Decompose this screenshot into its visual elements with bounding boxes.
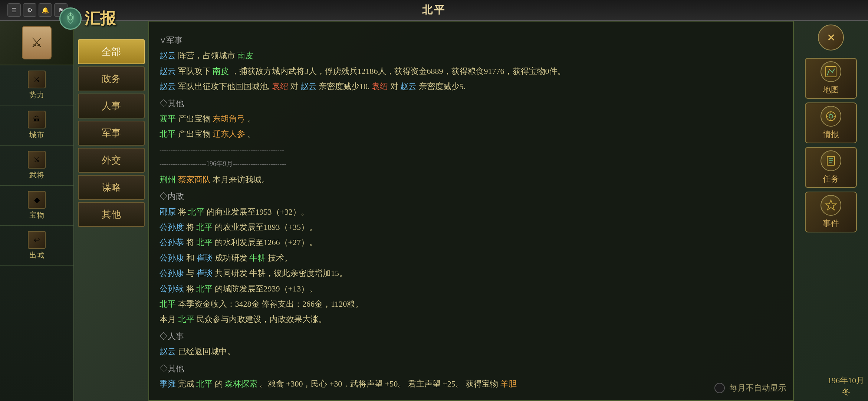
menu-btn-diplomacy[interactable]: 外交 bbox=[78, 148, 145, 173]
menu-btn-personnel[interactable]: 人事 bbox=[78, 94, 145, 118]
intel-label: 情报 bbox=[823, 129, 839, 140]
line-1: 赵云 阵营，占领城市 南皮 bbox=[160, 49, 783, 62]
line-citizens: 本月 北平 民众参与内政建设，内政效果大涨。 bbox=[160, 312, 783, 326]
settings-icon[interactable]: ⚙ bbox=[23, 3, 36, 17]
person-gongsunxu: 公孙续 bbox=[160, 284, 184, 293]
person-gongsunkang: 公孙康 bbox=[160, 253, 184, 263]
mission-icon bbox=[821, 150, 841, 171]
person-zhaoyun-1: 赵云 bbox=[160, 51, 176, 60]
sidebar-item-power[interactable]: ⚔ 势力 bbox=[0, 65, 73, 105]
divider-1: ----------------------------------------… bbox=[160, 144, 783, 156]
city-beiping-8: 北平 bbox=[196, 379, 213, 388]
line-agriculture: 公孙度 将 北平 的农业发展至1893（+35）。 bbox=[160, 220, 783, 234]
sidebar-label-exit: 出城 bbox=[29, 250, 44, 260]
menu-icon[interactable]: ☰ bbox=[7, 3, 21, 17]
person-jiyong: 季雍 bbox=[160, 379, 176, 388]
menu-btn-other[interactable]: 其他 bbox=[78, 202, 145, 227]
city-beiping-4: 北平 bbox=[196, 238, 213, 247]
power-icon: ⚔ bbox=[28, 71, 46, 88]
general-icon: ⚔ bbox=[28, 151, 46, 169]
auto-display-checkbox[interactable] bbox=[714, 383, 725, 393]
person-bingyuan: 邴原 bbox=[160, 207, 176, 216]
date-line2: 冬 bbox=[828, 386, 864, 397]
line-5: 北平 产出宝物 辽东人参 。 bbox=[160, 127, 783, 141]
menu-btn-strategy[interactable]: 谋略 bbox=[78, 175, 145, 200]
treasure-icon: ◆ bbox=[28, 191, 46, 209]
line-4: 襄平 产出宝物 东胡角弓 。 bbox=[160, 112, 783, 125]
person-yuanshao-1: 袁绍 bbox=[272, 82, 288, 91]
report-title: 汇报 bbox=[85, 8, 116, 29]
sidebar-label-power: 势力 bbox=[29, 90, 44, 100]
sidebar-item-exit[interactable]: ↩ 出城 bbox=[0, 226, 73, 266]
content-scroll[interactable]: ∨军事 赵云 阵营，占领城市 南皮 赵云 军队攻下 南皮 ，捕获敌方城内武将3人… bbox=[149, 22, 793, 400]
sidebar-label-general: 武将 bbox=[29, 170, 44, 180]
line-income: 北平 本季资金收入：3428金 俸禄支出：266金，1120粮。 bbox=[160, 297, 783, 311]
line-merchant: 荆州 蔡家商队 本月来访我城。 bbox=[160, 173, 783, 186]
line-return: 赵云 已经返回城中。 bbox=[160, 345, 783, 358]
avatar-face: ⚔ bbox=[22, 26, 52, 59]
date-display: 196年10月 冬 bbox=[828, 375, 864, 397]
close-button[interactable]: ✕ bbox=[818, 25, 844, 50]
line-defense: 公孙续 将 北平 的城防发展至2939（+13）。 bbox=[160, 282, 783, 296]
section-military-header: ∨军事 bbox=[160, 33, 783, 47]
person-zhaoyun-3: 赵云 bbox=[160, 82, 176, 91]
person-zhaoyun-5: 赵云 bbox=[400, 82, 417, 91]
menu-btn-politics[interactable]: 政务 bbox=[78, 66, 145, 91]
treasure-bow: 东胡角弓 bbox=[213, 114, 245, 123]
right-sidebar: ✕ 地图 情报 bbox=[794, 21, 868, 401]
sidebar-item-treasure[interactable]: ◆ 宝物 bbox=[0, 186, 73, 226]
person-zhaoyun-6: 赵云 bbox=[160, 347, 176, 356]
city-jingzhou: 荆州 bbox=[160, 175, 176, 184]
intel-icon bbox=[821, 106, 841, 127]
explore-forest: 森林探索 bbox=[225, 379, 257, 388]
mission-label: 任务 bbox=[823, 173, 839, 185]
event-icon bbox=[821, 195, 841, 216]
map-label: 地图 bbox=[823, 84, 839, 95]
line-3: 赵云 军队出征攻下他国国城池, 袁绍 对 赵云 亲密度减少10. 袁绍 对 赵云… bbox=[160, 79, 783, 93]
right-btn-mission[interactable]: 任务 bbox=[805, 147, 857, 188]
svg-point-0 bbox=[68, 16, 73, 20]
right-btn-event[interactable]: 事件 bbox=[805, 192, 857, 232]
person-cuiyan-1: 崔琰 bbox=[196, 253, 213, 263]
line-2: 赵云 军队攻下 南皮 ，捕获敌方城内武将3人，俘虏残兵12186人，获得资金68… bbox=[160, 64, 783, 78]
report-header: 汇报 bbox=[59, 7, 116, 30]
map-icon bbox=[821, 61, 841, 82]
menu-btn-military[interactable]: 军事 bbox=[78, 121, 145, 146]
city-xiangping: 襄平 bbox=[160, 114, 176, 123]
sidebar-label-city: 城市 bbox=[29, 130, 44, 140]
treasure-yangdan: 羊胆 bbox=[500, 379, 517, 388]
person-gongsungong: 公孙恭 bbox=[160, 238, 184, 247]
line-commerce: 邴原 将 北平 的商业发展至1953（+32）。 bbox=[160, 205, 783, 219]
person-zhaoyun-4: 赵云 bbox=[300, 82, 317, 91]
section-other-2-header: ◇其他 bbox=[160, 362, 783, 375]
top-bar: ☰ ⚙ 🔔 ⚑ 北平 bbox=[0, 0, 868, 21]
city-nanpi-2: 南皮 bbox=[213, 66, 229, 76]
menu-btn-all[interactable]: 全部 bbox=[78, 39, 145, 64]
city-nanpi-1: 南皮 bbox=[237, 51, 253, 60]
sidebar-item-city[interactable]: 🏛 城市 bbox=[0, 105, 73, 146]
line-tech-2: 公孙康 与 崔琰 共同研发 牛耕，彼此亲密度增加15。 bbox=[160, 266, 783, 280]
exit-icon: ↩ bbox=[28, 231, 46, 249]
city-beiping-7: 北平 bbox=[178, 314, 194, 324]
city-beiping-2: 北平 bbox=[188, 207, 204, 216]
svg-point-3 bbox=[829, 69, 830, 70]
section-other-1-header: ◇其他 bbox=[160, 97, 783, 110]
auto-display-label: 每月不自动显示 bbox=[729, 382, 786, 394]
top-left-icons: ☰ ⚙ 🔔 ⚑ bbox=[7, 3, 68, 17]
main-content: ∨军事 赵云 阵营，占领城市 南皮 赵云 军队攻下 南皮 ，捕获敌方城内武将3人… bbox=[148, 21, 794, 401]
event-label: 事件 bbox=[823, 218, 839, 229]
notification-icon[interactable]: 🔔 bbox=[39, 3, 52, 17]
right-btn-intel[interactable]: 情报 bbox=[805, 102, 857, 143]
city-beiping-5: 北平 bbox=[196, 284, 213, 293]
right-btn-map[interactable]: 地图 bbox=[805, 58, 857, 99]
line-explore: 季雍 完成 北平 的 森林探索 。粮食 +300，民心 +30，武将声望 +50… bbox=[160, 377, 783, 391]
person-gongsunkang-2: 公孙康 bbox=[160, 268, 184, 278]
person-zhaoyun-2: 赵云 bbox=[160, 66, 176, 76]
sidebar-item-general[interactable]: ⚔ 武将 bbox=[0, 146, 73, 186]
line-tech: 公孙康 和 崔琰 成功研发 牛耕 技术。 bbox=[160, 251, 783, 265]
section-personnel-header: ◇人事 bbox=[160, 329, 783, 343]
left-sidebar: ⚔ 势力 🏛 城市 ⚔ 武将 ◆ 宝物 ↩ 出城 bbox=[0, 65, 74, 401]
treasure-ginseng: 辽东人参 bbox=[213, 129, 245, 138]
city-icon: 🏛 bbox=[28, 111, 46, 128]
city-beiping-1: 北平 bbox=[160, 129, 176, 138]
